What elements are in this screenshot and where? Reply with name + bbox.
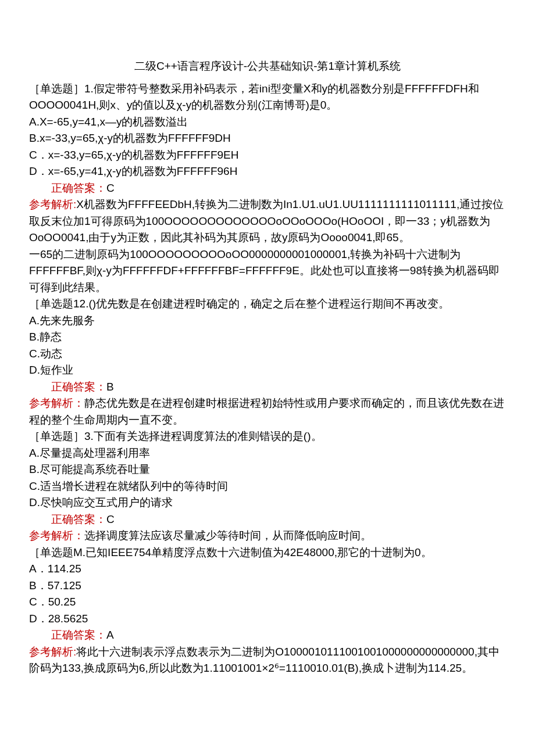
- q4-option-b: B．57.125: [29, 578, 506, 594]
- answer-label: 正确答案：: [51, 629, 106, 641]
- q4-stem: ［单选题M.已知IEEE754单精度浮点数十六进制值为42E48000,那它的十…: [29, 544, 506, 561]
- q1-option-c: C．x=-33,y=65,χ-y的机器数为FFFFFF9EH: [29, 147, 506, 164]
- answer-label: 正确答案：: [51, 381, 106, 393]
- explanation-label: 参考解析：: [29, 529, 84, 542]
- q2-exp-text: 静态优先数是在进程创建时根据进程初始特性或用户要求而确定的，而且该优先数在进程的…: [29, 397, 504, 426]
- q4-answer: A: [106, 629, 114, 641]
- q3-option-a: A.尽量提高处理器利用率: [29, 445, 506, 462]
- q1-stem: ［单选题］1.假定带符号整数采用补码表示，若ini型变量X和y的机器数分别是FF…: [29, 81, 506, 114]
- q2-answer-line: 正确答案：B: [29, 379, 506, 396]
- q3-option-d: D.尽快响应交互式用户的请求: [29, 495, 506, 511]
- q2-option-a: A.先来先服务: [29, 313, 506, 329]
- q4-option-a: A．114.25: [29, 561, 506, 578]
- q1-option-a: A.X=-65,y=41,x—y的机器数溢出: [29, 114, 506, 131]
- q1-answer-line: 正确答案：C: [29, 180, 506, 197]
- q2-stem: ［单选题12.()优先数是在创建进程时确定的，确定之后在整个进程运行期间不再改变…: [29, 296, 506, 313]
- q1-explanation-2: 一65的二进制原码为100OOOOOOOOOoOO000000000100000…: [29, 246, 506, 296]
- q2-explanation: 参考解析：静态优先数是在进程创建时根据进程初始特性或用户要求而确定的，而且该优先…: [29, 395, 506, 428]
- explanation-label: 参考解析:: [29, 646, 76, 658]
- q2-answer: B: [106, 381, 114, 393]
- q3-exp-text: 选择调度算法应该尽量减少等待时间，从而降低响应时间。: [84, 529, 372, 542]
- q1-exp-text-1: X机器数为FFFFEEDbH,转换为二进制数为In1.U1.uU1.UU1111…: [29, 198, 504, 243]
- q2-option-c: C.动态: [29, 346, 506, 363]
- page-title: 二级C++语言程序设计-公共基础知识-第1章计算机系统: [29, 58, 506, 75]
- q4-exp-text: 将此十六进制表示浮点数表示为二进制为O100001011100100100000…: [29, 646, 500, 675]
- q4-option-d: D．28.5625: [29, 611, 506, 628]
- q2-option-b: B.静态: [29, 329, 506, 346]
- answer-label: 正确答案：: [51, 513, 106, 525]
- q4-answer-line: 正确答案：A: [29, 627, 506, 644]
- q4-explanation: 参考解析:将此十六进制表示浮点数表示为二进制为O1000010111001001…: [29, 644, 506, 677]
- q1-answer: C: [106, 182, 115, 194]
- q2-option-d: D.短作业: [29, 362, 506, 379]
- q1-explanation-1: 参考解析:X机器数为FFFFEEDbH,转换为二进制数为In1.U1.uU1.U…: [29, 196, 506, 246]
- explanation-label: 参考解析：: [29, 397, 84, 409]
- explanation-label: 参考解析:: [29, 198, 76, 210]
- answer-label: 正确答案：: [51, 182, 106, 194]
- document-page: 二级C++语言程序设计-公共基础知识-第1章计算机系统 ［单选题］1.假定带符号…: [0, 0, 535, 756]
- q1-option-b: B.x=-33,y=65,χ-y的机器数为FFFFFF9DH: [29, 130, 506, 147]
- q3-answer-line: 正确答案：C: [29, 511, 506, 528]
- q3-option-c: C.适当增长进程在就绪队列中的等待时间: [29, 478, 506, 495]
- q3-stem: ［单选题］3.下面有关选择进程调度算法的准则错误的是()。: [29, 428, 506, 445]
- q4-option-c: C．50.25: [29, 594, 506, 611]
- q3-option-b: B.尽可能提高系统吞吐量: [29, 461, 506, 478]
- q1-option-d: D．x=-65,y=41,χ-y的机器数为FFFFFF96H: [29, 163, 506, 180]
- q3-answer: C: [106, 513, 115, 525]
- q3-explanation: 参考解析：选择调度算法应该尽量减少等待时间，从而降低响应时间。: [29, 528, 506, 544]
